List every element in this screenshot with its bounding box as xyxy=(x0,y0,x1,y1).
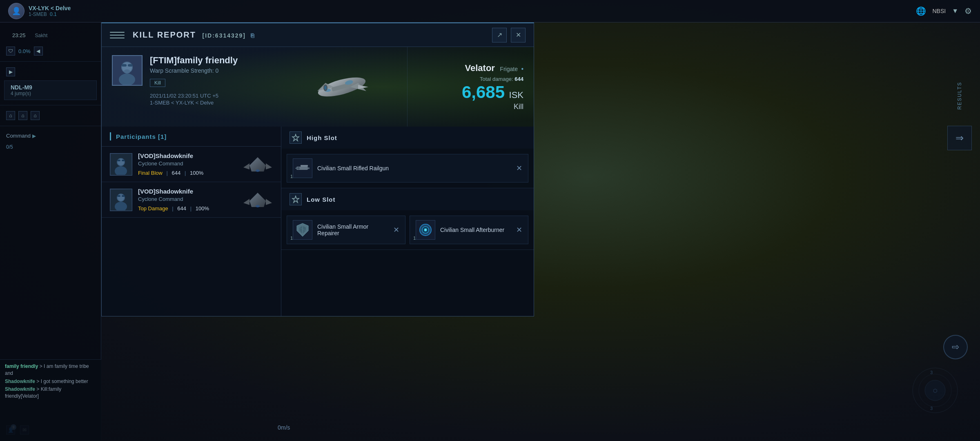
close-button[interactable]: ✕ xyxy=(511,28,526,42)
participant-name-2: [VOD]Shadowknife xyxy=(138,188,242,195)
sidebar-route[interactable]: NDL-M9 4 jump(s) xyxy=(4,80,97,100)
armor-name: Civilian Small Armor Repairer xyxy=(317,223,390,236)
header-accent xyxy=(110,132,111,140)
high-slot-icon xyxy=(290,131,302,144)
railgun-remove-btn[interactable]: ✕ xyxy=(516,164,522,173)
high-slot-items: 1 Civilian Small Rifled Railgun ✕ xyxy=(281,149,534,188)
equipment-item-afterburner[interactable]: 1 Civilian Small Afterburner xyxy=(410,216,528,244)
isk-value: 6,685 xyxy=(462,82,505,102)
menu-line-2 xyxy=(110,35,125,36)
total-damage-line: Total damage: 644 xyxy=(480,76,523,82)
low-slot-items: 1 Civilian Small Armor Repairer ✕ xyxy=(281,210,534,249)
deco-ship-area: ⬡ 3 3 xyxy=(911,366,960,416)
railgun-icon xyxy=(293,158,312,178)
high-slot-svg-icon xyxy=(292,134,300,142)
low-slot-header: Low Slot xyxy=(281,188,534,210)
sidebar-nav-icon[interactable]: ▶ xyxy=(6,67,15,76)
svg-rect-4 xyxy=(122,64,127,67)
participant-ship-icon-2 xyxy=(242,189,273,210)
armor-svg-icon xyxy=(294,222,311,238)
participant-damage-1: 644 xyxy=(172,170,181,176)
arrow-right-icon: ⇒ xyxy=(956,132,964,144)
isk-container: 6,685 ISK xyxy=(462,84,523,101)
low-slot-svg-icon xyxy=(292,195,300,203)
sidebar-divider-1 xyxy=(0,61,101,62)
ship-icon-svg-2 xyxy=(243,191,272,209)
copy-icon[interactable]: ⎘ xyxy=(251,32,255,39)
svg-rect-30 xyxy=(117,195,120,197)
sidebar-icon-shield[interactable]: 🛡 xyxy=(6,47,15,56)
svg-marker-22 xyxy=(249,157,266,172)
participant-item-1[interactable]: [VOD]Shadowknife Cyclone Command Final B… xyxy=(102,147,281,182)
menu-line-3 xyxy=(110,38,125,38)
svg-point-15 xyxy=(324,86,327,90)
sidebar-percentage: 0.0% xyxy=(18,48,31,54)
right-panel: RESULTS ⇒ xyxy=(947,82,972,150)
railgun-svg-icon xyxy=(294,160,311,176)
svg-marker-24 xyxy=(266,163,272,169)
afterburner-name: Civilian Small Afterburner xyxy=(440,227,513,233)
pilot-avatar-top: 👤 xyxy=(8,3,24,19)
participants-panel: Participants [1] [VOD]Shadowknife xyxy=(102,127,281,316)
globe-icon: 🌐 xyxy=(916,6,926,16)
afterburner-remove-btn[interactable]: ✕ xyxy=(516,225,522,234)
chat-line-1: family friendly > I am family time tribe… xyxy=(5,363,96,377)
chat-name-3: Shadowknife xyxy=(5,386,35,392)
sidebar-divider-2 xyxy=(0,105,101,105)
high-slot-header: High Slot xyxy=(281,127,534,149)
svg-marker-42 xyxy=(292,196,299,203)
dropdown-icon[interactable]: ▼ xyxy=(952,7,958,15)
top-bar: 👤 VX-LYK < Delve 1-SMEB 0.1 🌐 NBSI ▼ ⚙ xyxy=(0,0,980,22)
filter-icon[interactable]: ⚙ xyxy=(964,6,972,16)
equipment-item-railgun[interactable]: 1 Civilian Small Rifled Railgun ✕ xyxy=(287,154,528,183)
nav-circle-btn[interactable]: ⇨ xyxy=(943,335,968,359)
low-slot-section: Low Slot 1 Civilian Sma xyxy=(281,188,534,250)
nav-arrow-icon: ⇨ xyxy=(952,342,959,352)
svg-rect-39 xyxy=(308,167,310,169)
railgun-name: Civilian Small Rifled Railgun xyxy=(317,165,513,172)
sidebar-icon-home3[interactable]: ⌂ xyxy=(31,111,40,120)
ship-image-area xyxy=(281,47,403,127)
modal-title: KILL REPORT [ID:6314329] ⎘ xyxy=(133,30,492,40)
equipment-panel: High Slot 1 xyxy=(281,127,534,316)
sidebar-system: Sakht xyxy=(35,33,48,38)
right-button-1[interactable]: ⇒ xyxy=(947,126,972,150)
chat-line-3: Shadowknife > Kill:family friendly[Velat… xyxy=(5,386,96,400)
sidebar-time: 23:25 xyxy=(6,30,32,41)
sidebar-icon-home[interactable]: ⌂ xyxy=(6,111,15,120)
damage-value: 644 xyxy=(514,76,523,82)
close-icon: ✕ xyxy=(516,31,521,39)
svg-rect-21 xyxy=(122,160,125,161)
modal-body: Participants [1] [VOD]Shadowknife xyxy=(102,127,534,316)
participant-ship-icon-1 xyxy=(242,154,273,174)
export-button[interactable]: ↗ xyxy=(492,28,507,42)
participant-stats-1: Final Blow | 644 | 100% xyxy=(138,170,242,176)
kill-badge: Kill xyxy=(150,79,165,87)
svg-point-35 xyxy=(256,205,260,207)
armor-icon xyxy=(293,220,312,240)
svg-point-6 xyxy=(124,69,130,74)
pilot-avatar xyxy=(112,55,143,86)
low-slot-icon xyxy=(290,193,302,205)
top-bar-info: VX-LYK < Delve 1-SMEB 0.1 xyxy=(29,5,71,17)
svg-rect-5 xyxy=(128,64,133,67)
pilot-avatar-svg xyxy=(113,56,142,85)
results-label: RESULTS xyxy=(957,82,962,109)
system-name-top: VX-LYK < Delve xyxy=(29,5,71,11)
modal-top-section: [FTIM]family friendly Warp Scramble Stre… xyxy=(102,47,534,127)
svg-point-50 xyxy=(425,229,426,231)
svg-rect-20 xyxy=(117,160,120,161)
svg-text:3: 3 xyxy=(930,406,933,411)
route-jumps: 4 jump(s) xyxy=(11,91,90,96)
armor-remove-btn[interactable]: ✕ xyxy=(393,225,399,234)
sidebar-status: 0/5 xyxy=(0,142,101,152)
sidebar-icon-home2[interactable]: ⌂ xyxy=(18,111,27,120)
sidebar-icon-nav[interactable]: ◀ xyxy=(34,47,43,56)
modal-menu-button[interactable] xyxy=(110,28,125,42)
participants-header: Participants [1] xyxy=(102,127,281,147)
armor-qty: 1 xyxy=(290,236,293,241)
participant-item-2[interactable]: [VOD]Shadowknife Cyclone Command Top Dam… xyxy=(102,182,281,218)
afterburner-qty: 1 xyxy=(413,236,416,241)
afterburner-svg-icon xyxy=(417,222,434,238)
equipment-item-armor[interactable]: 1 Civilian Small Armor Repairer ✕ xyxy=(287,216,405,244)
